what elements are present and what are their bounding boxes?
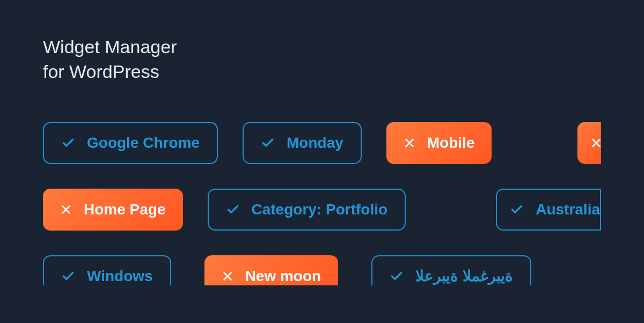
tag-row-2: Home Page Category: Portfolio Australia	[43, 189, 601, 231]
title-line-2: for WordPress	[43, 61, 159, 82]
tags-container: Google Chrome Monday Mobile Home Pag	[43, 122, 601, 285]
tag-new-moon[interactable]: New moon	[204, 255, 339, 285]
tag-google-chrome[interactable]: Google Chrome	[43, 122, 218, 164]
check-icon	[510, 203, 524, 217]
tag-mobile[interactable]: Mobile	[386, 122, 492, 164]
tag-row-3: Windows New moon ةيبرغملا ةيبرعلا	[43, 255, 601, 285]
title-line-1: Widget Manager	[43, 37, 177, 57]
page-title: Widget Manager for WordPress	[43, 35, 601, 84]
tag-monday[interactable]: Monday	[243, 122, 362, 164]
tag-australia[interactable]: Australia	[496, 189, 601, 231]
check-icon	[61, 136, 75, 150]
tag-label: New moon	[245, 268, 321, 285]
tag-label: Home Page	[84, 201, 166, 218]
check-icon	[390, 269, 404, 283]
tag-label: ةيبرغملا ةيبرعلا	[415, 267, 513, 285]
tag-label: Mobile	[427, 134, 475, 152]
cross-icon	[60, 204, 72, 216]
tag-home-page[interactable]: Home Page	[43, 189, 183, 231]
check-icon	[226, 203, 240, 217]
tag-windows[interactable]: Windows	[43, 255, 171, 285]
tag-label: Australia	[536, 201, 600, 218]
cross-icon	[222, 270, 233, 282]
tag-partial-right[interactable]	[577, 122, 601, 164]
tag-row-1: Google Chrome Monday Mobile	[43, 122, 601, 164]
tag-arabic[interactable]: ةيبرغملا ةيبرعلا	[371, 255, 531, 285]
tag-label: Category: Portfolio	[252, 201, 388, 218]
cross-icon	[404, 137, 415, 149]
tag-label: Monday	[287, 134, 343, 152]
tag-label: Google Chrome	[87, 134, 200, 152]
cross-icon	[590, 137, 602, 149]
check-icon	[261, 136, 275, 150]
tag-label: Windows	[87, 268, 153, 285]
check-icon	[61, 269, 75, 283]
tag-category-portfolio[interactable]: Category: Portfolio	[208, 189, 406, 231]
